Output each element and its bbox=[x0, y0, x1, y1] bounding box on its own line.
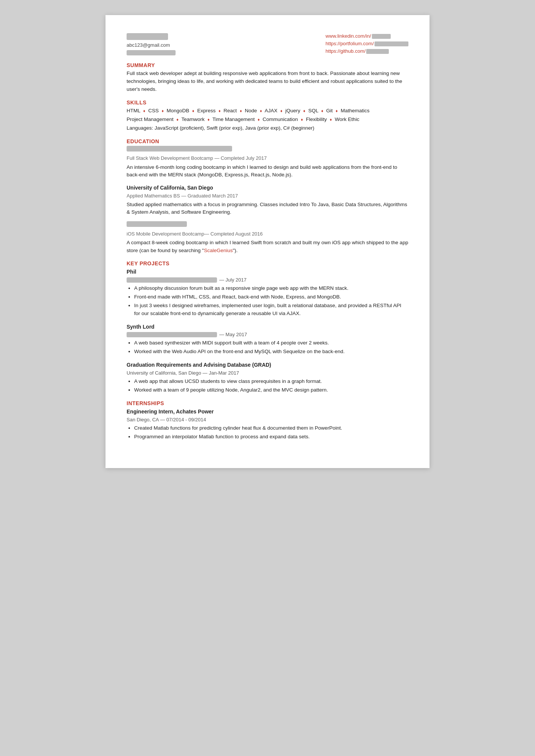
grad-name: Graduation Requirements and Advising Dat… bbox=[127, 361, 408, 369]
sep: ♦ bbox=[176, 117, 179, 122]
sep: ♦ bbox=[258, 117, 260, 122]
phil-date: — July 2017 bbox=[219, 276, 246, 284]
sep: ♦ bbox=[321, 109, 323, 113]
github-redacted bbox=[366, 49, 389, 54]
education-entry-2: University of California, San Diego Appl… bbox=[127, 184, 408, 216]
phil-sub-redacted bbox=[127, 277, 217, 283]
portfolium-link[interactable]: https://portfolium.com/ bbox=[326, 41, 408, 46]
sep: ♦ bbox=[162, 109, 164, 113]
linkedin-redacted bbox=[372, 34, 391, 39]
synthlord-sub-redacted bbox=[127, 332, 217, 337]
github-link[interactable]: https://github.com/ bbox=[326, 48, 408, 54]
phil-bullet-2: Front-end made with HTML, CSS, and React… bbox=[134, 293, 408, 301]
edu-3-degree: iOS Mobile Development Bootcamp— Complet… bbox=[127, 230, 408, 238]
sep: ♦ bbox=[192, 109, 194, 113]
soft-skills-line: Project Management ♦ Teamwork ♦ Time Man… bbox=[127, 116, 408, 124]
internship-achates: Engineering Intern, Achates Power San Di… bbox=[127, 408, 408, 441]
summary-section: SUMMARY Full stack web developer adept a… bbox=[127, 62, 408, 93]
education-body: Full Stack Web Development Bootcamp — Co… bbox=[127, 146, 408, 254]
resume-page: abc123@gmail.com www.linkedin.com/in/ ht… bbox=[105, 15, 430, 468]
key-projects-title: KEY PROJECTS bbox=[127, 260, 408, 266]
school-3-redacted bbox=[127, 221, 187, 227]
sep: ♦ bbox=[280, 109, 283, 113]
internships-body: Engineering Intern, Achates Power San Di… bbox=[127, 408, 408, 441]
skills-body: HTML ♦ CSS ♦ MongoDB ♦ Express ♦ React ♦… bbox=[127, 107, 408, 132]
sep: ♦ bbox=[303, 109, 306, 113]
sep: ♦ bbox=[301, 117, 303, 122]
achates-bullets: Created Matlab functions for predicting … bbox=[127, 424, 408, 441]
synthlord-bullets: A web based synthesizer with MIDI suppor… bbox=[127, 339, 408, 356]
project-phil: Phil — July 2017 A philosophy discussion… bbox=[127, 268, 408, 318]
portfolium-redacted bbox=[374, 41, 408, 46]
ucsd-name: University of California, San Diego bbox=[127, 184, 408, 192]
phil-bullet-3: In just 3 weeks I designed wireframes, i… bbox=[134, 302, 408, 318]
phil-sub: — July 2017 bbox=[127, 276, 408, 284]
edu-1-degree: Full Stack Web Development Bootcamp — Co… bbox=[127, 155, 408, 162]
linkedin-link[interactable]: www.linkedin.com/in/ bbox=[326, 33, 408, 39]
tech-skills-line: HTML ♦ CSS ♦ MongoDB ♦ Express ♦ React ♦… bbox=[127, 107, 408, 115]
phil-name: Phil bbox=[127, 268, 408, 276]
grad-bullet-1: A web app that allows UCSD students to v… bbox=[134, 378, 408, 386]
project-grad: Graduation Requirements and Advising Dat… bbox=[127, 361, 408, 394]
achates-location: San Diego, CA — 07/2014 - 09/2014 bbox=[127, 416, 408, 424]
synthlord-sub: — May 2017 bbox=[127, 331, 408, 338]
header-email: abc123@gmail.com bbox=[127, 42, 176, 48]
grad-bullets: A web app that allows UCSD students to v… bbox=[127, 378, 408, 394]
sep: ♦ bbox=[208, 117, 210, 122]
summary-text: Full stack web developer adept at buildi… bbox=[127, 70, 408, 93]
achates-bullet-2: Programmed an interpolator Matlab functi… bbox=[134, 433, 408, 441]
sep: ♦ bbox=[336, 109, 338, 113]
header-right: www.linkedin.com/in/ https://portfolium.… bbox=[326, 33, 408, 55]
edu-1-desc: An intensive 6-month long coding bootcam… bbox=[127, 164, 408, 179]
key-projects-section: KEY PROJECTS Phil — July 2017 A philosop… bbox=[127, 260, 408, 394]
header-section: abc123@gmail.com www.linkedin.com/in/ ht… bbox=[127, 33, 408, 55]
education-title: EDUCATION bbox=[127, 138, 408, 144]
edu-2-desc: Studied applied mathematics with a focus… bbox=[127, 201, 408, 216]
internships-title: INTERNSHIPS bbox=[127, 400, 408, 406]
sep: ♦ bbox=[260, 109, 262, 113]
education-section: EDUCATION Full Stack Web Development Boo… bbox=[127, 138, 408, 254]
grad-bullet-2: Worked with a team of 9 people utilizing… bbox=[134, 386, 408, 394]
phone-redacted bbox=[127, 50, 176, 55]
education-entry-1: Full Stack Web Development Bootcamp — Co… bbox=[127, 146, 408, 179]
internships-section: INTERNSHIPS Engineering Intern, Achates … bbox=[127, 400, 408, 441]
skills-section: SKILLS HTML ♦ CSS ♦ MongoDB ♦ Express ♦ … bbox=[127, 99, 408, 132]
school-1-redacted bbox=[127, 146, 232, 152]
sep: ♦ bbox=[240, 109, 242, 113]
synthlord-name: Synth Lord bbox=[127, 323, 408, 331]
phil-bullets: A philosophy discussion forum built as a… bbox=[127, 285, 408, 318]
languages-line: Languages: JavaScript (proficient), Swif… bbox=[127, 124, 408, 132]
skills-title: SKILLS bbox=[127, 99, 408, 106]
synthlord-date: — May 2017 bbox=[219, 331, 247, 338]
scalegenius-link[interactable]: ScaleGenius bbox=[204, 248, 233, 253]
sep: ♦ bbox=[219, 109, 221, 113]
edu-3-desc: A compact 8-week coding bootcamp in whic… bbox=[127, 239, 408, 254]
name-redacted bbox=[127, 33, 168, 40]
sep: ♦ bbox=[143, 109, 145, 113]
header-left: abc123@gmail.com bbox=[127, 33, 176, 55]
sep: ♦ bbox=[330, 117, 332, 122]
education-entry-3: iOS Mobile Development Bootcamp— Complet… bbox=[127, 221, 408, 254]
synthlord-bullet-1: A web based synthesizer with MIDI suppor… bbox=[134, 339, 408, 347]
summary-title: SUMMARY bbox=[127, 62, 408, 68]
synthlord-bullet-2: Worked with the Web Audio API on the fro… bbox=[134, 348, 408, 356]
grad-sub: University of California, San Diego — Ja… bbox=[127, 369, 408, 377]
key-projects-body: Phil — July 2017 A philosophy discussion… bbox=[127, 268, 408, 394]
achates-company: Engineering Intern, Achates Power bbox=[127, 408, 408, 416]
phil-bullet-1: A philosophy discussion forum built as a… bbox=[134, 285, 408, 292]
achates-bullet-1: Created Matlab functions for predicting … bbox=[134, 424, 408, 432]
project-synthlord: Synth Lord — May 2017 A web based synthe… bbox=[127, 323, 408, 356]
edu-2-degree: Applied Mathematics BS — Graduated March… bbox=[127, 192, 408, 200]
